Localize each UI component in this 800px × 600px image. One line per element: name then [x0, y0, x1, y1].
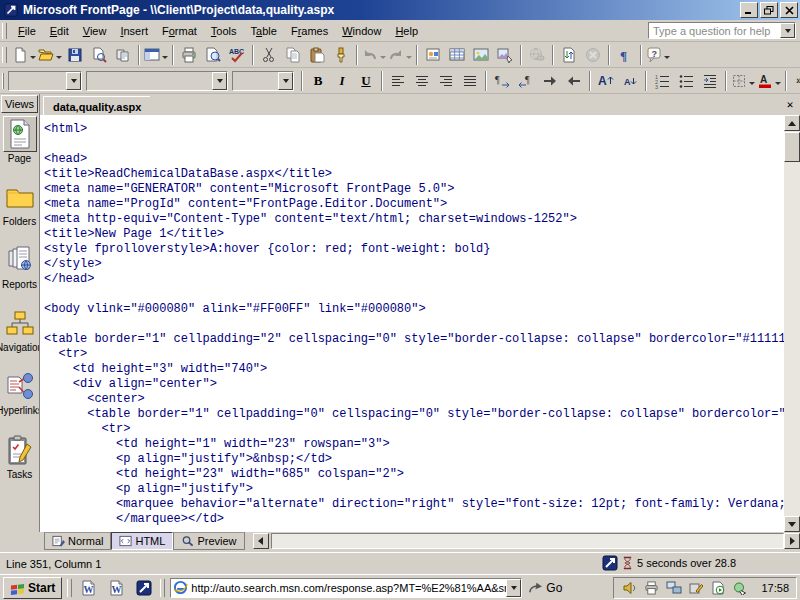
views-item-navigation[interactable]: Navigation — [0, 305, 39, 353]
start-button[interactable]: Start — [3, 577, 62, 599]
view-tab-preview[interactable]: Preview — [173, 532, 244, 550]
tray-pen-input-icon[interactable] — [687, 579, 704, 596]
menu-table[interactable]: Table — [244, 21, 284, 41]
vertical-scrollbar[interactable] — [784, 115, 800, 532]
taskbar-grip[interactable] — [67, 579, 72, 597]
scroll-down-button[interactable] — [784, 516, 800, 532]
horizontal-scroll-track[interactable] — [271, 533, 784, 549]
hscroll-right-button[interactable] — [784, 533, 800, 549]
quick-launch-word-document-1[interactable]: W — [77, 577, 99, 599]
menu-window[interactable]: Window — [335, 21, 388, 41]
hscroll-left-button[interactable] — [253, 533, 269, 549]
format-painter-button[interactable] — [329, 44, 353, 66]
spelling-button[interactable]: ABC — [225, 44, 249, 66]
vertical-scroll-thumb[interactable] — [784, 132, 800, 162]
size-combo[interactable] — [232, 71, 294, 91]
bullets-button[interactable] — [674, 70, 698, 92]
toolbar-grip[interactable] — [2, 73, 4, 89]
publish-web-button[interactable] — [111, 44, 135, 66]
close-document-icon[interactable]: ✕ — [783, 97, 797, 111]
text-direction-left-button[interactable] — [562, 70, 586, 92]
menu-help[interactable]: Help — [388, 21, 425, 41]
help-box-dropdown-button[interactable] — [780, 23, 795, 38]
style-combo-dropdown-button[interactable] — [66, 72, 81, 90]
go-button[interactable]: Go — [522, 577, 568, 599]
tray-windows-update-icon[interactable] — [731, 579, 748, 596]
increase-font-size-button[interactable]: A — [594, 70, 618, 92]
insert-picture-button[interactable] — [469, 44, 493, 66]
increase-indent-button[interactable] — [698, 70, 722, 92]
decrease-font-size-button[interactable]: A — [618, 70, 642, 92]
rtl-paragraph-button[interactable]: ¶ — [514, 70, 538, 92]
copy-button[interactable] — [281, 44, 305, 66]
views-item-hyperlinks[interactable]: Hyperlinks — [0, 368, 39, 416]
address-dropdown-button[interactable] — [506, 579, 521, 597]
paste-button[interactable] — [305, 44, 329, 66]
italic-button[interactable]: I — [330, 70, 354, 92]
taskbar-grip[interactable] — [160, 579, 165, 597]
code-editor[interactable]: <html><head><title>ReadChemicalDataBase.… — [40, 115, 784, 532]
show-all-button[interactable]: ¶ — [613, 44, 637, 66]
tray-printer-icon[interactable] — [643, 579, 660, 596]
help-question-box[interactable]: Type a question for help — [648, 22, 796, 39]
search-button[interactable] — [87, 44, 111, 66]
more-buttons-button[interactable]: » — [790, 70, 800, 92]
web-component-button[interactable] — [421, 44, 445, 66]
restore-button[interactable] — [760, 2, 778, 18]
borders-button[interactable] — [730, 70, 756, 92]
close-button[interactable] — [780, 2, 798, 18]
menu-insert[interactable]: Insert — [113, 21, 155, 41]
menu-view[interactable]: View — [76, 21, 114, 41]
menu-frames[interactable]: Frames — [284, 21, 335, 41]
views-item-page[interactable]: Page — [0, 116, 39, 164]
toolbar-grip[interactable] — [2, 47, 7, 63]
quick-launch-frontpage-shortcut[interactable] — [133, 577, 155, 599]
save-button[interactable] — [63, 44, 87, 66]
views-item-folders[interactable]: Folders — [0, 179, 39, 227]
font-combo[interactable] — [86, 71, 228, 91]
underline-button[interactable]: U — [354, 70, 378, 92]
size-combo-dropdown-button[interactable] — [278, 72, 293, 90]
views-item-reports[interactable]: Reports — [0, 242, 39, 290]
numbering-button[interactable]: 123 — [650, 70, 674, 92]
menu-format[interactable]: Format — [155, 21, 204, 41]
help-button[interactable]: ? — [645, 44, 671, 66]
menu-grip[interactable] — [2, 23, 7, 39]
rtl-paragraph-icon: ¶ — [518, 73, 534, 89]
code-line: <tr> — [44, 347, 784, 362]
insert-table-button[interactable] — [445, 44, 469, 66]
tray-volume-icon[interactable] — [621, 579, 638, 596]
font-combo-dropdown-button[interactable] — [212, 72, 227, 90]
minimize-button[interactable] — [740, 2, 758, 18]
open-button[interactable] — [37, 44, 63, 66]
justify-button[interactable] — [458, 70, 482, 92]
menu-tools[interactable]: Tools — [204, 21, 244, 41]
toggle-pane-button[interactable] — [143, 44, 169, 66]
address-bar[interactable]: http://auto.search.msn.com/response.asp?… — [170, 578, 522, 598]
document-tab[interactable]: data,quality.aspx — [43, 96, 163, 116]
print-button[interactable] — [177, 44, 201, 66]
cut-button[interactable] — [257, 44, 281, 66]
scroll-up-button[interactable] — [784, 115, 800, 131]
align-center-button[interactable] — [410, 70, 434, 92]
menu-edit[interactable]: Edit — [43, 21, 76, 41]
ltr-paragraph-button[interactable]: ¶ — [490, 70, 514, 92]
publish-web-icon — [115, 47, 131, 63]
style-combo[interactable] — [8, 71, 82, 91]
refresh-button[interactable] — [557, 44, 581, 66]
align-left-button[interactable] — [386, 70, 410, 92]
font-color-button[interactable]: A — [756, 70, 782, 92]
new-page-button[interactable] — [11, 44, 37, 66]
view-tab-normal[interactable]: Normal — [44, 532, 111, 550]
insert-clipart-button[interactable] — [493, 44, 517, 66]
preview-in-browser-button[interactable] — [201, 44, 225, 66]
bold-button[interactable]: B — [306, 70, 330, 92]
text-direction-right-button[interactable] — [538, 70, 562, 92]
menu-file[interactable]: File — [11, 21, 43, 41]
align-right-button[interactable] — [434, 70, 458, 92]
view-tab-html[interactable]: HTML — [111, 532, 173, 550]
quick-launch-word-document-2[interactable]: W — [105, 577, 127, 599]
tray-task-scheduler-icon[interactable] — [709, 579, 726, 596]
views-item-tasks[interactable]: Tasks — [0, 432, 39, 480]
tray-network-icon[interactable] — [665, 579, 682, 596]
